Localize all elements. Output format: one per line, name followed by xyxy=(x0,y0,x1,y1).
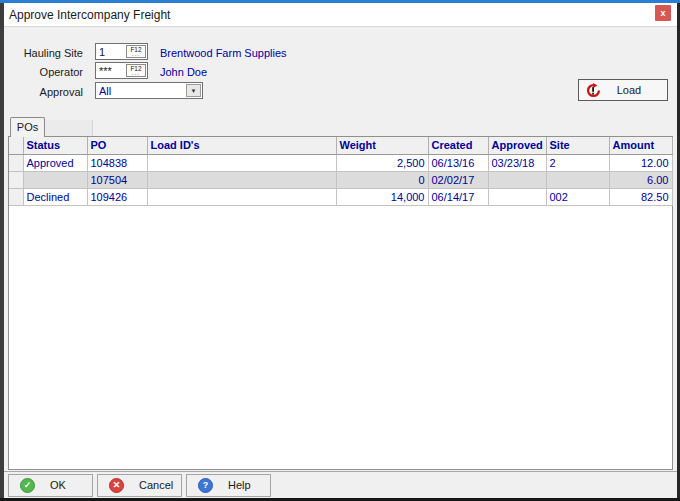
cell-amount: 12.00 xyxy=(609,154,672,171)
cell-created: 06/14/17 xyxy=(428,188,488,205)
cell-load-ids xyxy=(147,154,336,171)
cell-approved: 03/23/18 xyxy=(488,154,546,171)
cell-site: 2 xyxy=(546,154,609,171)
operator-description: John Doe xyxy=(160,66,207,78)
cell-weight: 14,000 xyxy=(336,188,428,205)
cell-created: 02/02/17 xyxy=(428,171,488,188)
operator-input[interactable] xyxy=(96,65,126,77)
close-icon: x xyxy=(660,9,665,18)
cell-amount: 6.00 xyxy=(609,171,672,188)
cell-site: 002 xyxy=(546,188,609,205)
window-border-left xyxy=(0,3,4,501)
reload-icon xyxy=(586,83,601,98)
operator-label: Operator xyxy=(10,66,83,78)
tab-strip xyxy=(45,120,93,136)
cell-status xyxy=(23,171,87,188)
footer-toolbar: ✓ OK ✕ Cancel ? Help xyxy=(4,471,677,498)
load-button-label: Load xyxy=(601,84,657,96)
pos-grid: Status PO Load ID's Weight Created Appro… xyxy=(8,136,673,470)
cell-created: 06/13/16 xyxy=(428,154,488,171)
cell-weight: 0 xyxy=(336,171,428,188)
x-circle-icon: ✕ xyxy=(109,478,124,493)
approval-dropdown[interactable]: All ▼ xyxy=(95,82,203,99)
table-row[interactable]: 107504 0 02/02/17 6.00 xyxy=(9,171,672,188)
cell-po: 104838 xyxy=(87,154,147,171)
table-row[interactable]: Approved 104838 2,500 06/13/16 03/23/18 … xyxy=(9,154,672,171)
cell-approved xyxy=(488,188,546,205)
column-header-status[interactable]: Status xyxy=(23,137,87,154)
row-selector[interactable] xyxy=(9,188,23,205)
cell-approved xyxy=(488,171,546,188)
hauling-site-field[interactable]: F12 ... xyxy=(95,43,148,60)
hauling-site-lookup-button[interactable]: F12 ... xyxy=(126,45,146,58)
column-header-po[interactable]: PO xyxy=(87,137,147,154)
cell-load-ids xyxy=(147,188,336,205)
cell-po: 109426 xyxy=(87,188,147,205)
row-selector[interactable] xyxy=(9,171,23,188)
help-button-label: Help xyxy=(228,479,251,491)
hauling-site-label: Hauling Site xyxy=(10,47,83,59)
column-header-site[interactable]: Site xyxy=(546,137,609,154)
cell-status: Approved xyxy=(23,154,87,171)
hauling-site-input[interactable] xyxy=(96,46,126,58)
column-header-approved[interactable]: Approved xyxy=(488,137,546,154)
cell-amount: 82.50 xyxy=(609,188,672,205)
column-header-weight[interactable]: Weight xyxy=(336,137,428,154)
window-title: Approve Intercompany Freight xyxy=(4,8,170,22)
operator-lookup-button[interactable]: F12 ... xyxy=(126,64,146,77)
cancel-button[interactable]: ✕ Cancel xyxy=(97,474,182,497)
close-button[interactable]: x xyxy=(655,5,671,21)
chevron-down-icon[interactable]: ▼ xyxy=(186,84,201,97)
grid-header-row: Status PO Load ID's Weight Created Appro… xyxy=(9,137,672,154)
approve-intercompany-freight-dialog: Approve Intercompany Freight x Hauling S… xyxy=(0,0,680,501)
column-header-created[interactable]: Created xyxy=(428,137,488,154)
cell-po: 107504 xyxy=(87,171,147,188)
question-circle-icon: ? xyxy=(198,478,213,493)
hauling-site-description: Brentwood Farm Supplies xyxy=(160,47,287,59)
column-header-amount[interactable]: Amount xyxy=(609,137,672,154)
load-button[interactable]: Load xyxy=(578,79,668,101)
help-button[interactable]: ? Help xyxy=(186,474,271,497)
cell-site xyxy=(546,171,609,188)
row-selector[interactable] xyxy=(9,154,23,171)
cell-status: Declined xyxy=(23,188,87,205)
cell-load-ids xyxy=(147,171,336,188)
check-circle-icon: ✓ xyxy=(20,478,35,493)
column-header-load-ids[interactable]: Load ID's xyxy=(147,137,336,154)
ok-button[interactable]: ✓ OK xyxy=(8,474,93,497)
ok-button-label: OK xyxy=(50,479,66,491)
title-bar[interactable]: Approve Intercompany Freight xyxy=(4,3,677,27)
approval-label: Approval xyxy=(10,86,83,98)
table-row[interactable]: Declined 109426 14,000 06/14/17 002 82.5… xyxy=(9,188,672,205)
tab-pos[interactable]: POs xyxy=(10,117,45,137)
operator-field[interactable]: F12 ... xyxy=(95,62,148,79)
cancel-button-label: Cancel xyxy=(139,479,173,491)
approval-selected-value: All xyxy=(96,85,111,97)
cell-weight: 2,500 xyxy=(336,154,428,171)
row-selector-header xyxy=(9,137,23,154)
